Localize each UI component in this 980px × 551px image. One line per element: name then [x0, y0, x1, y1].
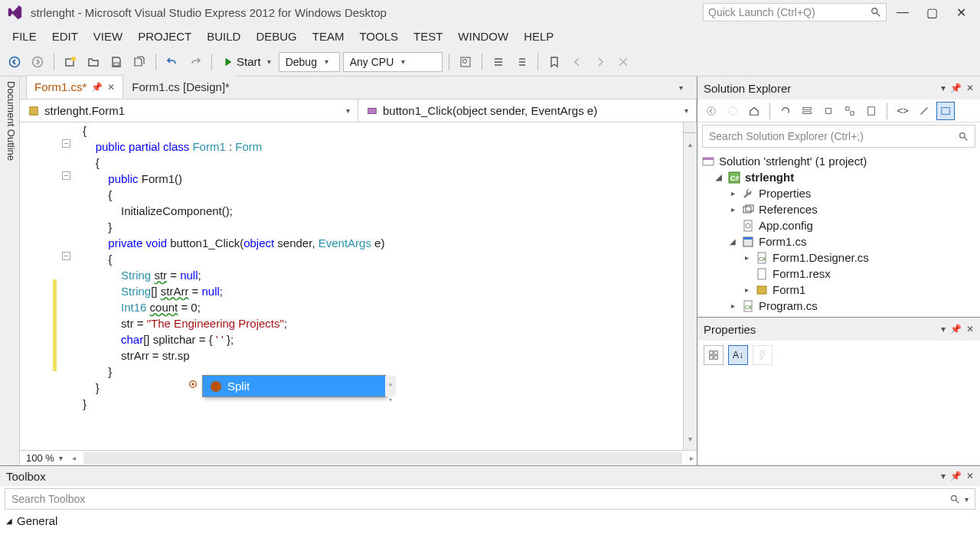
tree-project[interactable]: ◢ C# strlenght	[702, 169, 975, 185]
class-nav-dropdown[interactable]: strlenght.Form1 ▾	[20, 99, 358, 122]
zoom-dropdown[interactable]: 100 % ▾	[20, 452, 69, 464]
next-bookmark-button[interactable]	[590, 52, 610, 72]
new-project-button[interactable]	[60, 52, 80, 72]
menu-help[interactable]: HELP	[516, 27, 561, 46]
tabs-dropdown-icon[interactable]: ▾	[679, 83, 683, 92]
solution-search-input[interactable]: Search Solution Explorer (Ctrl+;)	[702, 125, 975, 148]
redo-button[interactable]	[185, 52, 205, 72]
menu-edit[interactable]: EDIT	[44, 27, 86, 46]
tree-designer-cs[interactable]: ▸ C# Form1.Designer.cs	[702, 249, 975, 266]
tree-resx[interactable]: ▸ Form1.resx	[702, 266, 975, 282]
tree-form1cs[interactable]: ◢ Form1.cs	[702, 233, 975, 249]
expander-icon[interactable]: ▸	[728, 205, 737, 214]
pin-icon[interactable]: 📌	[950, 324, 962, 334]
platform-dropdown[interactable]: Any CPU ▾	[343, 52, 443, 72]
scroll-left-icon[interactable]: ◂	[69, 454, 79, 462]
fold-icon[interactable]: −	[62, 171, 70, 180]
pin-icon[interactable]: 📌	[950, 83, 962, 93]
uncomment-button[interactable]	[511, 52, 531, 72]
expander-icon[interactable]: ◢	[6, 517, 12, 525]
show-all-button[interactable]	[841, 102, 859, 120]
alphabetical-button[interactable]: A↓	[728, 345, 748, 365]
menu-debug[interactable]: DEBUG	[248, 27, 304, 46]
pin-icon[interactable]: 📌	[91, 82, 103, 93]
properties-button[interactable]	[862, 102, 880, 120]
menu-file[interactable]: FILE	[5, 27, 44, 46]
code-editor[interactable]: − − − { public partial class Form1 : For…	[20, 122, 697, 450]
undo-button[interactable]	[162, 52, 182, 72]
start-button[interactable]: Start ▾	[218, 55, 276, 68]
tab-form1-design[interactable]: Form1.cs [Design]*	[123, 75, 238, 99]
vertical-scrollbar[interactable]: ▴ ▾	[683, 122, 697, 450]
tree-form1-class[interactable]: ▸ Form1	[702, 282, 975, 298]
preview-button[interactable]	[936, 102, 955, 120]
expander-icon[interactable]: ▸	[742, 285, 751, 294]
intellisense-item[interactable]: Split	[203, 376, 385, 396]
tree-program-cs[interactable]: ▸ C# Program.cs	[702, 298, 975, 314]
open-file-button[interactable]	[83, 52, 103, 72]
view-code-button[interactable]: <>	[893, 102, 912, 120]
save-all-button[interactable]	[129, 52, 149, 72]
expander-icon[interactable]: ▸	[728, 189, 737, 197]
find-button[interactable]	[456, 52, 475, 72]
menu-window[interactable]: WINDOW	[450, 27, 516, 46]
close-icon[interactable]: ✕	[107, 82, 115, 93]
menu-build[interactable]: BUILD	[199, 27, 248, 46]
panel-dropdown-icon[interactable]: ▾	[941, 471, 946, 481]
clear-bookmarks-button[interactable]	[613, 52, 633, 72]
tree-appconfig[interactable]: ▸ App.config	[702, 217, 975, 233]
prev-bookmark-button[interactable]	[567, 52, 587, 72]
expander-icon[interactable]: ▸	[728, 302, 737, 310]
pin-icon[interactable]: 📌	[950, 471, 962, 481]
categorized-button[interactable]	[704, 345, 724, 365]
intellisense-scrollbar[interactable]: ▴▾	[385, 376, 396, 396]
horizontal-scrollbar[interactable]	[83, 452, 682, 465]
forward-button[interactable]	[724, 102, 742, 120]
menu-test[interactable]: TEST	[406, 27, 450, 46]
code-content[interactable]: { public partial class Form1 : Form { pu…	[74, 122, 384, 450]
expander-icon[interactable]: ◢	[728, 237, 737, 246]
tab-form1-cs[interactable]: Form1.cs* 📌 ✕	[26, 75, 123, 99]
maximize-button[interactable]: ▢	[919, 3, 945, 21]
refresh-button[interactable]	[776, 102, 795, 120]
close-button[interactable]: ✕	[948, 3, 974, 21]
nav-back-button[interactable]	[5, 52, 24, 72]
editor-splitter[interactable]	[684, 122, 697, 133]
toolbox-search-input[interactable]: Search Toolbox ▾	[5, 488, 975, 510]
events-button[interactable]	[753, 345, 773, 365]
collapse-all-button[interactable]	[798, 102, 816, 120]
panel-dropdown-icon[interactable]: ▾	[941, 83, 946, 93]
nav-forward-button[interactable]	[28, 52, 47, 72]
menu-tools[interactable]: TOOLS	[351, 27, 406, 46]
fold-icon[interactable]: −	[62, 139, 70, 148]
intellisense-popup[interactable]: Split ▴▾	[202, 375, 386, 397]
toolbox-group-general[interactable]: ◢ General	[6, 514, 974, 527]
menu-team[interactable]: TEAM	[305, 27, 352, 46]
tree-references[interactable]: ▸ References	[702, 201, 975, 217]
fold-icon[interactable]: −	[62, 252, 70, 260]
tree-properties[interactable]: ▸ Properties	[702, 185, 975, 201]
bookmark-button[interactable]	[544, 52, 564, 72]
close-icon[interactable]: ✕	[966, 471, 974, 481]
close-icon[interactable]: ✕	[966, 324, 974, 334]
config-dropdown[interactable]: Debug ▾	[279, 52, 340, 72]
close-icon[interactable]: ✕	[966, 83, 974, 93]
view-designer-button[interactable]	[915, 102, 933, 120]
tree-solution[interactable]: Solution 'strlenght' (1 project)	[702, 153, 975, 169]
comment-button[interactable]	[488, 52, 508, 72]
expander-icon[interactable]: ▸	[742, 253, 751, 262]
save-button[interactable]	[106, 52, 126, 72]
document-outline-rail[interactable]: Document Outline	[0, 77, 20, 465]
sync-button[interactable]	[819, 102, 838, 120]
back-button[interactable]	[702, 102, 720, 120]
quick-launch-input[interactable]: Quick Launch (Ctrl+Q)	[703, 3, 887, 21]
svg-rect-6	[114, 63, 119, 66]
scroll-right-icon[interactable]: ▸	[687, 454, 697, 462]
home-button[interactable]	[745, 102, 763, 120]
expander-icon[interactable]: ◢	[714, 173, 724, 181]
menu-view[interactable]: VIEW	[86, 27, 130, 46]
member-nav-dropdown[interactable]: button1_Click(object sender, EventArgs e…	[358, 99, 697, 122]
minimize-button[interactable]: —	[890, 3, 916, 21]
menu-project[interactable]: PROJECT	[130, 27, 199, 46]
panel-dropdown-icon[interactable]: ▾	[941, 324, 946, 334]
